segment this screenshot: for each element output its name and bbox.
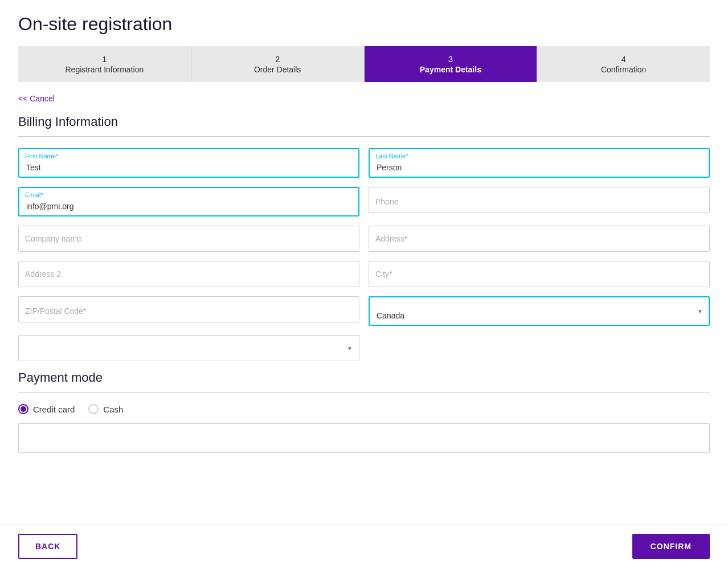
city-input[interactable] [369, 261, 710, 287]
address2-field: Address 2 [18, 261, 359, 287]
payment-radio-group: Credit card Cash [18, 404, 710, 414]
step-1-label: Registrant Information [24, 65, 185, 74]
phone-field: Phone [369, 187, 710, 216]
back-button[interactable]: BACK [18, 534, 77, 559]
last-name-input[interactable] [369, 148, 710, 178]
billing-row-3: Company name Address* [18, 226, 710, 252]
country-select[interactable]: Canada United States United Kingdom Aust… [369, 296, 710, 326]
stepper: 1 Registrant Information 2 Order Details… [18, 46, 710, 82]
first-name-field: First Name* [18, 148, 359, 178]
city-field: City* [369, 261, 710, 287]
step-4-number: 4 [543, 54, 704, 64]
step-4-label: Confirmation [543, 65, 704, 74]
address-field: Address* [369, 226, 710, 252]
step-1[interactable]: 1 Registrant Information [18, 46, 191, 82]
step-4[interactable]: 4 Confirmation [537, 46, 710, 82]
step-2-number: 2 [197, 54, 358, 64]
billing-row-2: Email* Phone [18, 187, 710, 216]
footer-bar: BACK CONFIRM [0, 524, 728, 568]
credit-card-option[interactable]: Credit card [18, 404, 75, 414]
step-2[interactable]: 2 Order Details [191, 46, 365, 82]
billing-row-4: Address 2 City* [18, 261, 710, 287]
credit-card-label: Credit card [33, 404, 75, 414]
address2-input[interactable] [18, 261, 359, 287]
email-field: Email* [18, 187, 359, 216]
step-3-number: 3 [370, 54, 531, 64]
step-3-label: Payment Details [370, 65, 531, 74]
cash-label: Cash [103, 404, 123, 414]
page-title: On-site registration [18, 14, 710, 35]
phone-input[interactable] [369, 187, 710, 213]
cancel-link[interactable]: << Cancel [18, 94, 55, 103]
step-3[interactable]: 3 Payment Details [365, 46, 538, 82]
step-1-number: 1 [24, 54, 185, 64]
billing-row-6: State/Province* Ontario British Columbia… [18, 335, 710, 361]
last-name-field: Last Name* [369, 148, 710, 178]
email-input[interactable] [18, 187, 359, 216]
step-2-label: Order Details [197, 65, 358, 74]
first-name-input[interactable] [18, 148, 359, 178]
cash-radio[interactable] [88, 404, 99, 414]
cash-option[interactable]: Cash [88, 404, 123, 414]
billing-row-5: ZIP/Postal Code* Country* Canada United … [18, 296, 710, 326]
state-select[interactable]: Ontario British Columbia Quebec Alberta [18, 335, 359, 361]
billing-row-1: First Name* Last Name* [18, 148, 710, 178]
payment-section-title: Payment mode [18, 370, 710, 385]
country-field: Country* Canada United States United Kin… [369, 296, 710, 326]
zip-input[interactable] [18, 296, 359, 322]
credit-card-input-box[interactable] [18, 423, 710, 453]
address-input[interactable] [369, 226, 710, 252]
billing-section-title: Billing Information [18, 115, 710, 129]
confirm-button[interactable]: CONFIRM [632, 534, 710, 559]
company-field: Company name [18, 226, 359, 252]
billing-divider [18, 136, 710, 137]
credit-card-radio[interactable] [18, 404, 28, 414]
zip-field: ZIP/Postal Code* [18, 296, 359, 326]
company-input[interactable] [18, 226, 359, 252]
payment-divider [18, 392, 710, 393]
state-field: State/Province* Ontario British Columbia… [18, 335, 359, 361]
